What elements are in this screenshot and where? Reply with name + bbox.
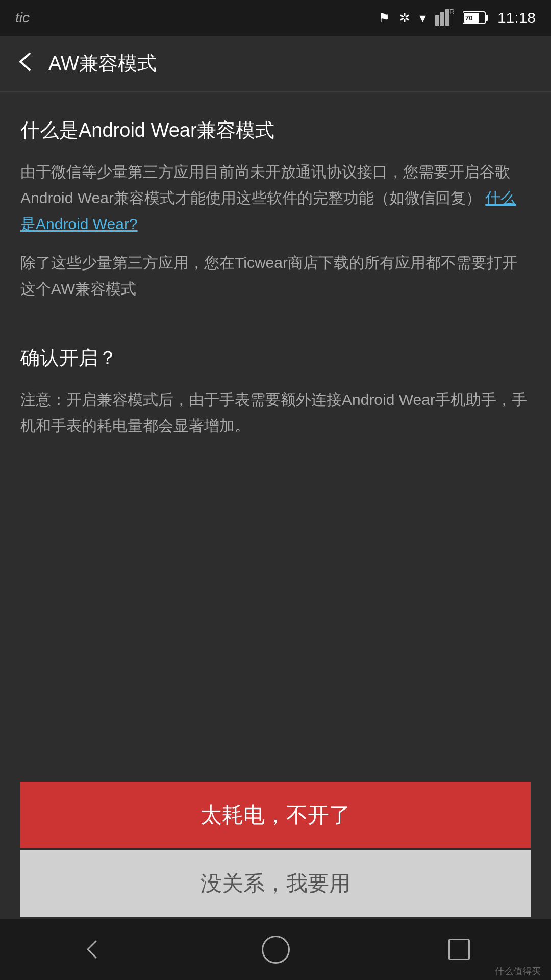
time-label: 11:18 [497,9,536,27]
svg-rect-1 [440,12,444,26]
app-name-label: tic [15,10,30,26]
signal-icon: R [435,7,454,29]
status-bar: tic ⚑ ✲ ▾ R 70 11:18 [0,0,551,36]
svg-text:R: R [449,8,454,16]
watermark-label: 什么值得买 [495,965,541,977]
warning-text: 注意：开启兼容模式后，由于手表需要额外连接Android Wear手机助手，手机… [20,386,531,438]
bluetooth-icon: ✲ [399,10,410,26]
confirm-title: 确认开启？ [20,345,531,371]
nav-recent-button[interactable] [439,929,480,970]
nav-home-button[interactable] [255,929,296,970]
battery-icon: 70 [463,11,488,25]
svg-rect-2 [445,9,449,26]
svg-rect-0 [435,15,439,26]
back-button[interactable] [15,52,36,76]
status-bar-left: tic [15,10,30,26]
description-1: 由于微信等少量第三方应用目前尚未开放通讯协议接口，您需要开启谷歌Android … [20,159,531,237]
svg-rect-5 [485,15,488,21]
section-title: 什么是Android Wear兼容模式 [20,117,531,143]
top-bar: AW兼容模式 [0,36,551,92]
decline-button[interactable]: 太耗电，不开了 [20,782,531,848]
page-title: AW兼容模式 [48,51,157,77]
svg-text:70: 70 [465,14,472,22]
nav-back-button[interactable] [71,929,112,970]
description-2: 除了这些少量第三方应用，您在Ticwear商店下载的所有应用都不需要打开这个AW… [20,250,531,302]
button-area: 太耗电，不开了 没关系，我要用 [0,782,551,919]
wifi-icon: ▾ [419,10,426,26]
status-bar-right: ⚑ ✲ ▾ R 70 11:18 [378,7,536,29]
confirm-button-label: 没关系，我要用 [201,869,350,898]
content-area: 什么是Android Wear兼容模式 由于微信等少量第三方应用目前尚未开放通讯… [0,92,551,782]
section-divider [20,314,531,345]
nav-bar: 什么值得买 [0,919,551,980]
decline-button-label: 太耗电，不开了 [201,801,350,829]
location-icon: ⚑ [378,10,390,26]
confirm-button[interactable]: 没关系，我要用 [20,850,531,917]
